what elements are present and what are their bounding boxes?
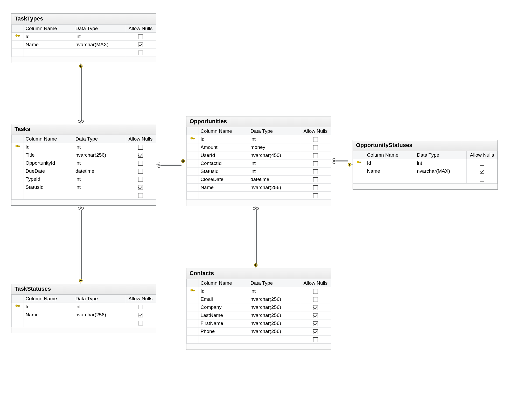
allow-nulls-cell[interactable]: [125, 159, 156, 167]
column-row[interactable]: Namenvarchar(256): [12, 311, 156, 319]
column-row[interactable]: FirstNamenvarchar(256): [187, 319, 331, 328]
db-table-tasktypes[interactable]: TaskTypesColumn NameData TypeAllow Nulls…: [11, 13, 156, 63]
allow-nulls-cell[interactable]: [300, 295, 331, 303]
allow-nulls-checkbox[interactable]: [138, 185, 143, 190]
column-row[interactable]: Idint: [187, 287, 331, 295]
allow-nulls-checkbox[interactable]: [313, 153, 318, 158]
allow-nulls-checkbox[interactable]: [313, 193, 318, 198]
allow-nulls-checkbox[interactable]: [313, 169, 318, 174]
column-row[interactable]: Idint: [353, 159, 498, 167]
allow-nulls-cell[interactable]: [300, 319, 331, 328]
column-row[interactable]: Namenvarchar(MAX): [353, 167, 498, 175]
column-row[interactable]: Namenvarchar(MAX): [12, 41, 156, 49]
column-row[interactable]: Idint: [12, 143, 156, 151]
allow-nulls-checkbox[interactable]: [138, 321, 143, 325]
allow-nulls-checkbox[interactable]: [313, 161, 318, 166]
allow-nulls-checkbox[interactable]: [313, 313, 318, 318]
allow-nulls-checkbox[interactable]: [138, 34, 143, 39]
column-row[interactable]: Namenvarchar(256): [187, 184, 331, 192]
allow-nulls-checkbox[interactable]: [313, 305, 318, 310]
allow-nulls-cell[interactable]: [125, 33, 156, 41]
column-row[interactable]: LastNamenvarchar(256): [187, 311, 331, 319]
column-row[interactable]: DueDatedatetime: [12, 167, 156, 175]
blank-row[interactable]: [12, 319, 156, 327]
column-row[interactable]: Companynvarchar(256): [187, 303, 331, 311]
allow-nulls-checkbox[interactable]: [313, 289, 318, 294]
allow-nulls-cell[interactable]: [125, 183, 156, 191]
allow-nulls-checkbox[interactable]: [480, 169, 484, 174]
blank-row[interactable]: [12, 49, 156, 57]
allow-nulls-checkbox[interactable]: [313, 145, 318, 150]
allow-nulls-checkbox[interactable]: [138, 153, 143, 158]
allow-nulls-cell[interactable]: [125, 143, 156, 151]
column-row[interactable]: CloseDatedatetime: [187, 176, 331, 184]
column-row[interactable]: ContactIdint: [187, 159, 331, 168]
column-row[interactable]: Phonenvarchar(256): [187, 328, 331, 336]
allow-nulls-checkbox[interactable]: [138, 169, 143, 174]
blank-row[interactable]: [187, 192, 331, 200]
db-table-opportunitystatuses[interactable]: OpportunityStatusesColumn NameData TypeA…: [353, 140, 498, 190]
allow-nulls-checkbox[interactable]: [313, 321, 318, 326]
db-table-tasks[interactable]: TasksColumn NameData TypeAllow NullsIdin…: [11, 124, 156, 206]
allow-nulls-checkbox[interactable]: [138, 305, 143, 309]
allow-nulls-cell[interactable]: [125, 167, 156, 175]
column-row[interactable]: Idint: [12, 303, 156, 311]
allow-nulls-cell[interactable]: [300, 328, 331, 336]
allow-nulls-cell[interactable]: [300, 287, 331, 295]
allow-nulls-cell[interactable]: [300, 176, 331, 184]
column-row[interactable]: Emailnvarchar(256): [187, 295, 331, 303]
relationship-opportunities-contacts[interactable]: [255, 210, 257, 263]
blank-row[interactable]: [353, 175, 498, 183]
allow-nulls-cell[interactable]: [125, 311, 156, 319]
allow-nulls-cell[interactable]: [125, 303, 156, 311]
relationship-tasks-tasktypes[interactable]: [80, 68, 82, 120]
allow-nulls-checkbox[interactable]: [138, 43, 143, 47]
column-row[interactable]: StatusIdint: [187, 168, 331, 176]
db-table-taskstatuses[interactable]: TaskStatusesColumn NameData TypeAllow Nu…: [11, 284, 156, 333]
column-row[interactable]: Amountmoney: [187, 143, 331, 151]
db-table-contacts[interactable]: ContactsColumn NameData TypeAllow NullsI…: [186, 268, 331, 350]
allow-nulls-checkbox[interactable]: [138, 161, 143, 166]
allow-nulls-cell[interactable]: [300, 311, 331, 319]
blank-row[interactable]: [187, 336, 331, 344]
column-name: Id: [24, 143, 74, 151]
relationship-tasks-taskstatuses[interactable]: [80, 210, 82, 279]
allow-nulls-cell[interactable]: [125, 175, 156, 183]
allow-nulls-checkbox[interactable]: [138, 145, 143, 150]
allow-nulls-checkbox[interactable]: [138, 313, 143, 317]
blank-row[interactable]: [12, 191, 156, 199]
allow-nulls-checkbox[interactable]: [138, 177, 143, 182]
allow-nulls-cell[interactable]: [300, 151, 331, 159]
allow-nulls-checkbox[interactable]: [313, 297, 318, 302]
primary-key-icon: [12, 33, 24, 41]
allow-nulls-cell[interactable]: [300, 159, 331, 168]
column-row[interactable]: UserIdnvarchar(450): [187, 151, 331, 159]
allow-nulls-checkbox[interactable]: [313, 137, 318, 142]
allow-nulls-checkbox[interactable]: [313, 185, 318, 190]
relationship-opportunities-opportunitystatuses[interactable]: [335, 160, 348, 162]
relationship-tasks-opportunities[interactable]: [160, 164, 181, 166]
allow-nulls-cell[interactable]: [300, 184, 331, 192]
allow-nulls-cell[interactable]: [300, 143, 331, 151]
allow-nulls-cell[interactable]: [125, 151, 156, 159]
allow-nulls-checkbox[interactable]: [480, 161, 484, 166]
allow-nulls-cell[interactable]: [300, 303, 331, 311]
column-row[interactable]: Idint: [12, 33, 156, 41]
column-row[interactable]: OpportunityIdint: [12, 159, 156, 167]
column-row[interactable]: Titlenvarchar(256): [12, 151, 156, 159]
allow-nulls-checkbox[interactable]: [313, 337, 318, 342]
allow-nulls-checkbox[interactable]: [480, 177, 484, 182]
allow-nulls-checkbox[interactable]: [138, 193, 143, 198]
column-row[interactable]: StatusIdint: [12, 183, 156, 191]
allow-nulls-cell[interactable]: [300, 168, 331, 176]
allow-nulls-cell[interactable]: [466, 167, 497, 175]
allow-nulls-cell[interactable]: [466, 159, 497, 167]
allow-nulls-checkbox[interactable]: [313, 177, 318, 182]
allow-nulls-checkbox[interactable]: [138, 51, 143, 55]
column-row[interactable]: TypeIdint: [12, 175, 156, 183]
column-row[interactable]: Idint: [187, 135, 331, 143]
allow-nulls-cell[interactable]: [300, 135, 331, 143]
allow-nulls-cell[interactable]: [125, 41, 156, 49]
allow-nulls-checkbox[interactable]: [313, 329, 318, 334]
db-table-opportunities[interactable]: OpportunitiesColumn NameData TypeAllow N…: [186, 116, 331, 206]
